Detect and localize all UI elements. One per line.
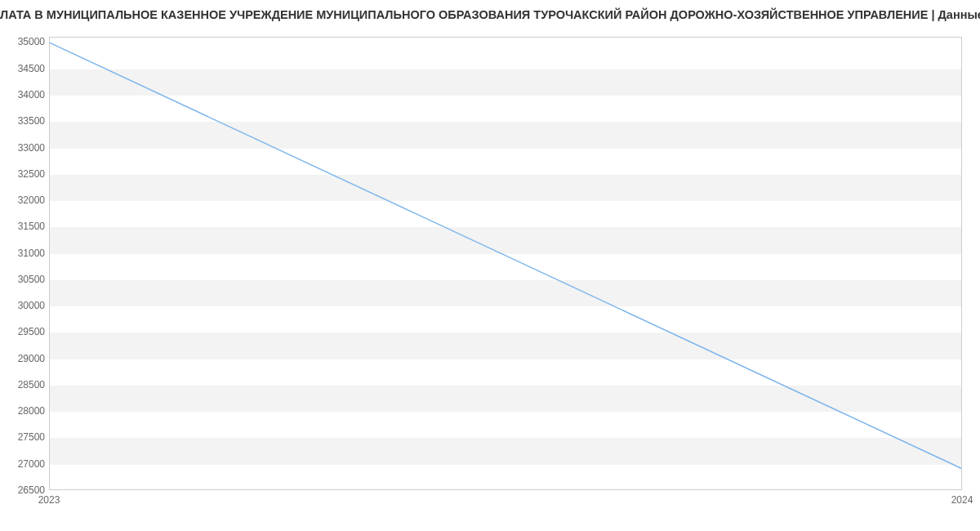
line-series — [50, 38, 961, 489]
y-tick-label: 29500 — [0, 326, 45, 337]
y-tick-label: 34000 — [0, 89, 45, 100]
y-tick-label: 32000 — [0, 194, 45, 206]
y-tick-label: 30500 — [0, 274, 45, 285]
y-tick-label: 31000 — [0, 248, 45, 259]
x-tick-label: 2023 — [38, 494, 60, 506]
y-tick-label: 33500 — [0, 115, 45, 127]
x-tick-label: 2024 — [951, 494, 973, 506]
chart-title: ЛАТА В МУНИЦИПАЛЬНОЕ КАЗЕННОЕ УЧРЕЖДЕНИЕ… — [0, 8, 980, 21]
y-tick-label: 32500 — [0, 168, 45, 180]
y-tick-label: 34500 — [0, 63, 45, 74]
y-tick-label: 30000 — [0, 300, 45, 311]
plot-area — [49, 37, 962, 490]
y-tick-label: 31500 — [0, 221, 45, 232]
y-tick-label: 28500 — [0, 379, 45, 390]
y-tick-label: 28000 — [0, 405, 45, 417]
y-tick-label: 33000 — [0, 142, 45, 154]
y-tick-label: 27000 — [0, 458, 45, 470]
y-tick-label: 27500 — [0, 431, 45, 443]
y-tick-label: 35000 — [0, 36, 45, 47]
y-tick-label: 29000 — [0, 353, 45, 364]
